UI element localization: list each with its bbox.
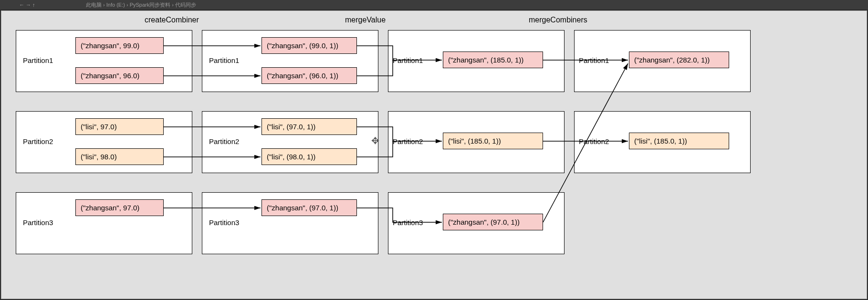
col2-p2-item-a: ("lisi", (97.0, 1))	[261, 118, 357, 135]
col4-p2-item-a: ("lisi", (185.0, 1))	[629, 133, 729, 149]
move-cursor-icon: ✥	[371, 135, 379, 146]
col1-p2-item-a: ("lisi", 97.0)	[75, 118, 164, 135]
col2-p1-item-b: ("zhangsan", (96.0, 1))	[261, 67, 357, 84]
col1-partition1-label: Partition1	[23, 56, 53, 64]
col2-p1-item-a: ("zhangsan", (99.0, 1))	[261, 37, 357, 54]
col2-partition1-label: Partition1	[209, 56, 239, 64]
nav-arrows-icon: ← → ↑	[19, 0, 35, 10]
breadcrumb: 此电脑 › Info (E:) › PySpark同步资料 › 代码同步	[86, 2, 196, 8]
col1-p1-item-a: ("zhangsan", 99.0)	[75, 37, 164, 54]
col3-p1-item-a: ("zhangsan", (185.0, 1))	[443, 52, 543, 68]
diagram-canvas: createCombiner mergeValue mergeCombiners…	[1, 10, 867, 299]
col2-partition2-label: Partition2	[209, 137, 239, 145]
header-createcombiner: createCombiner	[145, 16, 199, 24]
col2-p2-item-b: ("lisi", (98.0, 1))	[261, 148, 357, 165]
col3-partition3-label: Partition3	[393, 218, 423, 227]
top-bar: ← → ↑ 此电脑 › Info (E:) › PySpark同步资料 › 代码…	[0, 0, 868, 10]
col1-p1-item-b: ("zhangsan", 96.0)	[75, 67, 164, 84]
col3-p3-item-a: ("zhangsan", (97.0, 1))	[443, 214, 543, 230]
col3-p2-item-a: ("lisi", (185.0, 1))	[443, 133, 543, 149]
col3-partition1-label: Partition1	[393, 56, 423, 64]
col1-partition3-label: Partition3	[23, 218, 53, 227]
col1-p3-item-a: ("zhangsan", 97.0)	[75, 199, 164, 216]
col1-partition2-label: Partition2	[23, 137, 53, 145]
col2-p3-item-a: ("zhangsan", (97.0, 1))	[261, 199, 357, 216]
col4-partition1-label: Partition1	[579, 56, 609, 64]
header-mergecombiners: mergeCombiners	[529, 16, 587, 24]
col4-p1-item-a: ("zhangsan", (282.0, 1))	[629, 52, 729, 68]
header-mergevalue: mergeValue	[345, 16, 386, 24]
col2-partition3-label: Partition3	[209, 218, 239, 227]
col3-partition2-label: Partition2	[393, 137, 423, 145]
col1-p2-item-b: ("lisi", 98.0)	[75, 148, 164, 165]
col4-partition2-label: Partition2	[579, 137, 609, 145]
